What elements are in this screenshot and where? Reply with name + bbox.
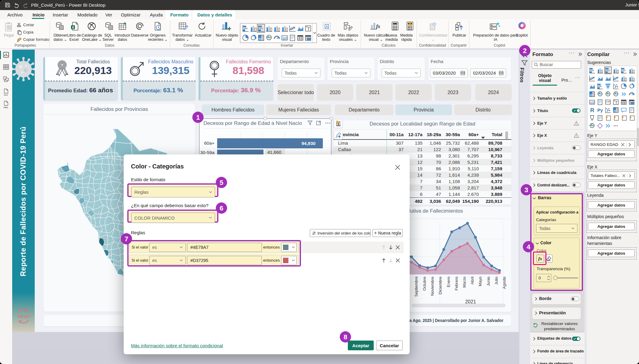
svg-text:DAX: DAX bbox=[4, 94, 8, 96]
svg-text:123: 123 bbox=[282, 37, 287, 40]
svg-text:Py: Py bbox=[597, 108, 603, 113]
svg-text:123: 123 bbox=[590, 101, 595, 104]
svg-text:R: R bbox=[590, 107, 594, 113]
svg-text:X: X bbox=[72, 26, 74, 29]
svg-text:A: A bbox=[326, 25, 328, 29]
svg-text:RESET: RESET bbox=[18, 314, 31, 319]
svg-text:fx: fx bbox=[376, 24, 380, 29]
svg-text:TMDL: TMDL bbox=[3, 107, 9, 108]
